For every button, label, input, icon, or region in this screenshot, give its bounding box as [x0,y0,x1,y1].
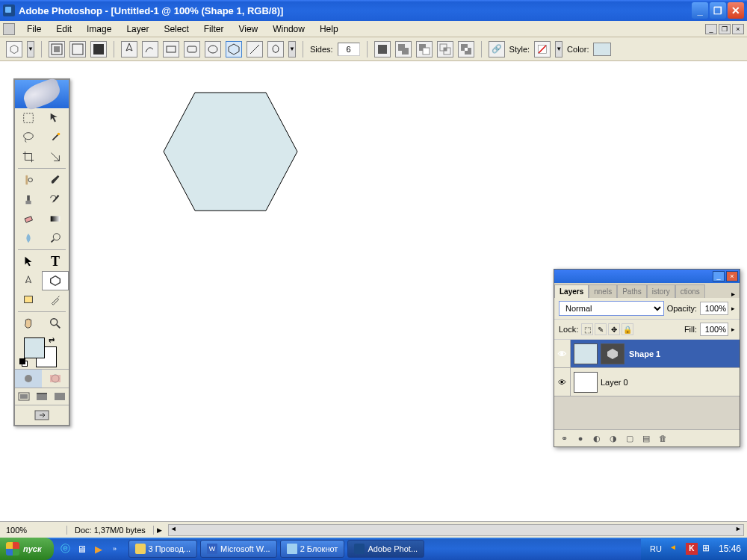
tray-icon-2[interactable]: ⊞ [702,543,714,555]
type-tool[interactable]: T [42,252,69,271]
freeform-pen-button[interactable] [142,41,158,57]
combine-subtract-button[interactable] [416,41,433,57]
screen-full-button[interactable] [51,388,69,405]
tab-history[interactable]: istory [647,284,675,298]
geometry-dropdown[interactable]: ▼ [288,41,296,57]
mdi-close-button[interactable]: × [732,24,744,34]
mdi-restore-button[interactable]: ❐ [719,24,731,34]
hand-tool[interactable] [15,314,42,333]
paths-button[interactable] [69,41,86,57]
standard-mode-button[interactable] [15,370,42,388]
rounded-rectangle-button[interactable] [184,41,200,57]
line-button[interactable] [247,41,263,57]
menu-view[interactable]: View [231,22,265,37]
menu-edit[interactable]: Edit [49,22,79,37]
combine-add-button[interactable] [395,41,412,57]
menu-file[interactable]: File [19,22,49,37]
color-swatch[interactable] [593,43,611,56]
language-indicator[interactable]: RU [647,544,665,553]
fill-input[interactable] [700,323,728,336]
close-button[interactable]: ✕ [728,2,744,19]
default-colors-icon[interactable] [19,358,28,367]
layer-thumbnail[interactable] [574,372,598,393]
lock-pixels-button[interactable]: ✎ [595,323,607,335]
link-layers-button[interactable]: ⚭ [557,432,571,444]
layer-mask-button[interactable]: ◐ [590,432,604,444]
new-layer-button[interactable]: ▤ [639,432,653,444]
shape-tool[interactable] [42,271,69,290]
fill-pixels-button[interactable] [90,41,107,57]
foreground-color[interactable] [24,337,45,358]
panel-menu-button[interactable]: ▸ [727,290,740,298]
panel-titlebar[interactable]: _ × [554,270,740,283]
combine-exclude-button[interactable] [458,41,474,57]
pen-tool-button[interactable] [121,41,137,57]
lasso-tool[interactable] [15,128,42,147]
doc-info[interactable]: Doc: 1,37M/0 bytes [67,526,154,535]
ql-ie-icon[interactable]: ⓔ [58,541,73,556]
notes-tool[interactable] [15,290,42,310]
lock-transparency-button[interactable]: ⬚ [581,323,593,335]
shape-preset-dropdown[interactable]: ▼ [27,41,34,57]
start-button[interactable]: пуск [0,538,54,560]
visibility-toggle[interactable]: 👁 [554,368,571,396]
toolbox-header[interactable] [15,80,69,108]
layer-item-layer0[interactable]: 👁 Layer 0 [554,368,740,396]
move-tool[interactable] [42,108,69,128]
menu-image[interactable]: Image [79,22,119,37]
panel-close-button[interactable]: × [726,271,738,281]
screen-fullmenu-button[interactable] [33,388,51,405]
healing-brush-tool[interactable] [15,170,42,190]
eyedropper-tool[interactable] [42,290,69,310]
clock[interactable]: 15:46 [719,544,741,554]
lock-position-button[interactable]: ✥ [608,323,620,335]
minimize-button[interactable]: _ [692,2,708,19]
combine-intersect-button[interactable] [437,41,453,57]
shape-preset-button[interactable] [6,41,22,57]
task-notepad[interactable]: 2 Блокнот [280,540,345,558]
gradient-tool[interactable] [42,209,69,228]
crop-tool[interactable] [15,147,42,167]
panel-minimize-button[interactable]: _ [713,271,725,281]
screen-standard-button[interactable] [15,388,33,405]
history-brush-tool[interactable] [42,190,69,209]
swap-colors-icon[interactable]: ⇄ [49,336,55,344]
ql-media-icon[interactable]: ▶ [91,541,106,556]
fill-flyout[interactable]: ▸ [731,326,735,333]
ql-desktop-icon[interactable]: 🖥 [75,541,90,556]
menu-select[interactable]: Select [156,22,196,37]
delete-layer-button[interactable]: 🗑 [656,432,669,444]
tab-layers[interactable]: Layers [554,284,589,298]
opacity-input[interactable] [700,302,728,315]
layer-vector-mask[interactable] [601,343,624,364]
shape-layers-button[interactable] [49,41,65,57]
task-photoshop[interactable]: Adobe Phot... [347,540,424,558]
quick-mask-button[interactable] [42,370,69,388]
lock-all-button[interactable]: 🔒 [622,323,633,335]
tab-channels[interactable]: nnels [589,284,617,298]
layer-group-button[interactable]: ▢ [623,432,636,444]
style-dropdown[interactable]: ▼ [555,41,562,57]
doc-info-flyout[interactable]: ▶ [154,526,165,534]
blend-mode-select[interactable]: Normal [559,301,664,316]
pen-tool[interactable] [15,271,42,290]
menu-filter[interactable]: Filter [196,22,232,37]
tab-paths[interactable]: Paths [617,284,647,298]
maximize-button[interactable]: ❐ [710,2,726,19]
edit-imageready-button[interactable] [17,408,66,423]
adjustment-layer-button[interactable]: ◑ [607,432,620,444]
clone-stamp-tool[interactable] [15,190,42,209]
custom-shape-button[interactable] [267,41,284,57]
blur-tool[interactable] [15,228,42,248]
sides-input[interactable] [338,43,360,56]
hexagon-shape[interactable] [160,88,302,215]
horizontal-scrollbar[interactable] [168,524,744,536]
layer-thumbnail[interactable] [574,343,598,364]
ellipse-button[interactable] [205,41,221,57]
tray-icon-1[interactable]: ◄ [669,543,681,555]
visibility-toggle[interactable]: 👁 [554,340,571,367]
path-selection-tool[interactable] [15,252,42,271]
slice-tool[interactable] [42,147,69,167]
brush-tool[interactable] [42,170,69,190]
zoom-tool[interactable] [42,314,69,333]
